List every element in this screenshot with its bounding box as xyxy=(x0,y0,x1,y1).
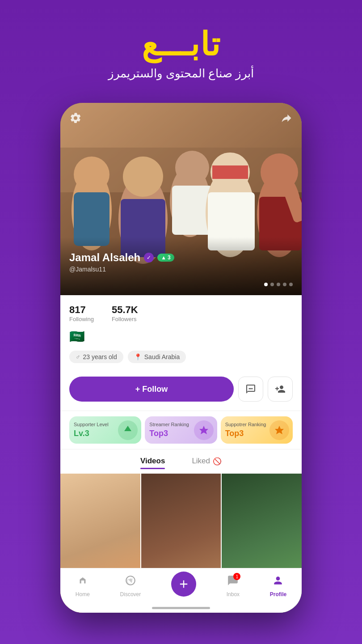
rankings-row: Supporter Level Lv.3 Streamer Ranking To… xyxy=(60,411,302,449)
supporter-level-card[interactable]: Supporter Level Lv.3 xyxy=(69,416,141,444)
profile-info-overlay: Jamal Alsaleh ✓ ▲ 3 @Jamalsu11 xyxy=(69,251,174,273)
add-user-button[interactable] xyxy=(268,377,293,402)
svg-point-7 xyxy=(123,157,163,197)
age-tag: ♂ 23 years old xyxy=(69,351,123,363)
carousel-dots xyxy=(264,283,293,286)
phone-mockup: Jamal Alsaleh ✓ ▲ 3 @Jamalsu11 xyxy=(60,103,302,613)
svg-point-10 xyxy=(175,151,209,185)
action-row: + Follow xyxy=(60,377,302,411)
home-indicator xyxy=(152,607,210,609)
svg-rect-15 xyxy=(212,165,248,179)
streamer-ranking-card[interactable]: Streamer Ranking Top3 xyxy=(145,416,217,444)
stats-row: 817 Following 55.7K Followers xyxy=(69,304,293,322)
videos-tab[interactable]: Videos xyxy=(140,457,165,469)
profile-handle: @Jamalsu11 xyxy=(69,266,174,273)
home-icon xyxy=(77,575,88,589)
liked-tab-label: Liked xyxy=(192,457,210,466)
svg-point-23 xyxy=(252,388,253,390)
following-count: 817 xyxy=(69,304,94,316)
flag-row: 🇸🇦 xyxy=(69,329,293,344)
nav-add[interactable] xyxy=(171,576,196,597)
app-title: تابـــع xyxy=(0,27,362,62)
app-subtitle: أبرز صناع المحتوى والستريمرز xyxy=(0,67,362,80)
home-label: Home xyxy=(76,591,90,597)
dot-4 xyxy=(283,283,286,286)
content-tabs: Videos Liked 🚫 xyxy=(60,449,302,474)
liked-tab[interactable]: Liked 🚫 xyxy=(192,457,222,469)
supporter-level-icon xyxy=(118,420,138,440)
location-text: Saudi Arabia xyxy=(144,353,180,360)
age-text: 23 years old xyxy=(83,353,117,360)
dot-1 xyxy=(264,283,268,286)
liked-icon: 🚫 xyxy=(213,457,222,466)
discover-label: Discover xyxy=(120,591,141,597)
svg-marker-24 xyxy=(199,426,208,434)
svg-point-4 xyxy=(74,157,109,192)
supporter-ranking-icon xyxy=(269,420,289,440)
followers-stat[interactable]: 55.7K Followers xyxy=(112,304,138,322)
stats-section: 817 Following 55.7K Followers 🇸🇦 ♂ xyxy=(60,295,302,377)
svg-point-22 xyxy=(250,388,252,390)
bottom-navigation: Home Discover xyxy=(60,568,302,613)
nav-discover[interactable]: Discover xyxy=(120,575,141,597)
followers-label: Followers xyxy=(112,316,138,322)
dot-5 xyxy=(289,283,293,286)
add-button[interactable] xyxy=(171,572,196,597)
location-icon: 📍 xyxy=(134,353,142,360)
following-label: Following xyxy=(69,316,94,322)
location-tag: 📍 Saudi Arabia xyxy=(128,351,186,363)
message-button[interactable] xyxy=(238,377,263,402)
svg-point-21 xyxy=(249,388,250,390)
green-badge: ▲ 3 xyxy=(157,254,174,262)
profile-nav-label: Profile xyxy=(270,591,286,597)
discover-icon xyxy=(125,575,136,589)
inbox-label: Inbox xyxy=(227,591,240,597)
following-stat[interactable]: 817 Following xyxy=(69,304,94,322)
nav-profile[interactable]: Profile xyxy=(270,575,286,597)
tags-row: ♂ 23 years old 📍 Saudi Arabia xyxy=(69,351,293,363)
dot-3 xyxy=(277,283,280,286)
nav-inbox[interactable]: 1 Inbox xyxy=(227,575,240,597)
flag-emoji: 🇸🇦 xyxy=(69,330,85,343)
verified-badge: ✓ xyxy=(144,253,154,263)
nav-home[interactable]: Home xyxy=(76,575,90,597)
inbox-badge-dot: 1 xyxy=(233,573,240,580)
share-icon[interactable] xyxy=(280,112,293,127)
videos-tab-label: Videos xyxy=(140,457,165,466)
profile-photo-area: Jamal Alsaleh ✓ ▲ 3 @Jamalsu11 xyxy=(60,103,302,295)
age-icon: ♂ xyxy=(76,353,80,360)
inbox-icon: 1 xyxy=(227,575,239,589)
followers-count: 55.7K xyxy=(112,304,138,316)
dot-2 xyxy=(270,283,274,286)
follow-button[interactable]: + Follow xyxy=(69,377,234,402)
profile-icon xyxy=(272,575,284,589)
supporter-ranking-card[interactable]: Suppotrer Ranking Top3 xyxy=(221,416,293,444)
svg-point-17 xyxy=(261,153,298,191)
profile-name: Jamal Alsaleh xyxy=(69,251,140,264)
settings-icon[interactable] xyxy=(69,112,82,127)
svg-marker-25 xyxy=(275,426,284,434)
streamer-ranking-icon xyxy=(194,420,214,440)
